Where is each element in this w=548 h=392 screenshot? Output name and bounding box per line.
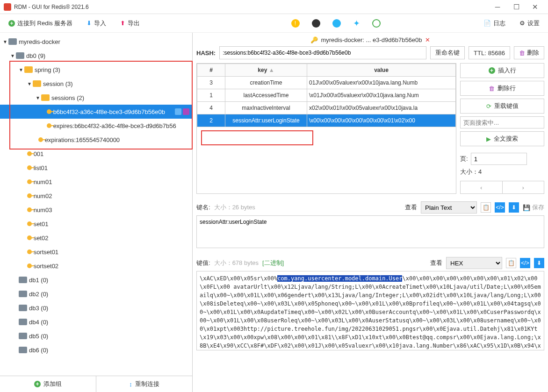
tree-key[interactable]: num03 (0, 203, 192, 217)
grid-row[interactable]: 4maxInactiveIntervalx02\x00\x01I\x00\x05… (197, 102, 456, 114)
type-label: HASH: (196, 50, 216, 57)
tree-spring[interactable]: ▼spring (3) (0, 63, 192, 77)
settings-button[interactable]: ⚙设置 (516, 17, 543, 29)
export-button[interactable]: ⬇ (534, 258, 544, 268)
copy-icon[interactable] (175, 108, 181, 115)
cell: 1 (197, 89, 225, 102)
tree-db0[interactable]: ▼db0 (9) (0, 49, 192, 63)
tree-label: db2 (0) (29, 291, 48, 298)
rename-button[interactable]: 重命名键 (430, 46, 465, 59)
key-icon (27, 207, 32, 212)
key-icon (47, 123, 51, 128)
delete-row-button[interactable]: 🗑删除行 (460, 81, 544, 96)
tab-close-button[interactable]: ✕ (425, 36, 430, 43)
tree-key[interactable]: sortset01 (0, 245, 192, 259)
fulltext-search-button[interactable]: ▶全文搜索 (460, 131, 544, 146)
next-page-button[interactable]: › (503, 181, 545, 194)
key-format-select[interactable]: Plain Text (421, 201, 477, 214)
content: 🔑 myredis-docker: ... e3-d9d6b7b56e0b ✕ … (193, 33, 548, 392)
twitter-icon[interactable]: ✦ (353, 18, 360, 29)
import-button[interactable]: ⬇导入 (83, 17, 110, 29)
tree-label: db3 (0) (29, 305, 48, 312)
connect-button[interactable]: +连接到 Redis 服务器 (5, 17, 76, 29)
code-button[interactable]: </> (520, 258, 530, 268)
reload-button[interactable]: ⟳重载键值 (460, 99, 544, 114)
page-input[interactable] (471, 153, 527, 165)
tree-sessions[interactable]: ▼sessions (2) (0, 91, 192, 105)
insert-row-button[interactable]: +插入行 (460, 63, 544, 78)
tree-label: db5 (0) (29, 333, 48, 340)
tree-db1[interactable]: db1 (0) (0, 273, 192, 287)
copy-button[interactable]: 📋 (481, 202, 491, 213)
cell: \x00\x00\x00\x00\x00\x00\x00\x01\x02\x00 (307, 114, 456, 127)
add-group-button[interactable]: +添加组 (0, 376, 96, 392)
delete-icon[interactable] (183, 108, 189, 115)
keyname-input[interactable] (219, 46, 426, 59)
keyname-hint: 大小：26 bytes (214, 203, 255, 212)
grid-row-selected[interactable]: 2sessionAttr:userLoginState\x00\x00\x00\… (197, 114, 456, 127)
tree-db5[interactable]: db5 (0) (0, 329, 192, 343)
keyname-label: 键名: (196, 203, 210, 212)
ttl-button[interactable]: TTL:85686 (469, 46, 510, 59)
tree-session[interactable]: ▼session (3) (0, 77, 192, 91)
export-label: 导出 (128, 19, 140, 28)
page-label: 页: (460, 155, 468, 163)
export-icon: ⬆ (120, 20, 125, 27)
telegram-icon[interactable] (332, 19, 341, 28)
log-label: 日志 (493, 19, 505, 28)
tree: ▼myredis-docker ▼db0 (9) ▼spring (3) ▼se… (0, 33, 192, 376)
close-button[interactable]: ✕ (526, 3, 544, 11)
tree-key-expires[interactable]: expires:b6bc4f32-a36c-4f8e-bce3-d9d6b7b5… (0, 119, 192, 133)
tree-key[interactable]: set01 (0, 217, 192, 231)
folder-icon (24, 66, 33, 73)
hex-pre: \xAC\xED\x00\x05sr\x00% (200, 275, 277, 282)
tree-label: sessions (2) (51, 94, 84, 101)
export-button[interactable]: ⬆导出 (116, 17, 144, 29)
code-button[interactable]: </> (495, 202, 505, 213)
minimize-button[interactable]: ─ (488, 3, 507, 11)
tree-db2[interactable]: db2 (0) (0, 287, 192, 301)
titlebar: RDM - GUI for Redis® 2021.6 ─ ☐ ✕ (0, 0, 548, 14)
tree-key[interactable]: set02 (0, 231, 192, 245)
reconnect-button[interactable]: ↕重制连接 (96, 376, 192, 392)
tree-key[interactable]: num02 (0, 189, 192, 203)
col-key[interactable]: key ▲ (225, 64, 307, 77)
warning-icon[interactable]: ! (291, 19, 300, 28)
copy-button[interactable]: 📋 (506, 258, 516, 268)
col-value[interactable]: value (307, 64, 456, 77)
settings-label: 设置 (527, 19, 540, 28)
tree-db6[interactable]: db6 (0) (0, 343, 192, 357)
globe-icon[interactable] (372, 19, 381, 28)
tab-header: 🔑 myredis-docker: ... e3-d9d6b7b56e0b ✕ (196, 36, 544, 43)
tree-key[interactable]: sortset02 (0, 259, 192, 273)
value-format-select[interactable]: HEX (446, 257, 502, 269)
github-icon[interactable] (312, 19, 320, 28)
tree-label: db0 (9) (26, 52, 45, 59)
tree-key-expirations[interactable]: expirations:1655545740000 (0, 133, 192, 147)
tree-db3[interactable]: db3 (0) (0, 301, 192, 315)
col-num[interactable]: # (197, 64, 225, 77)
value-hex[interactable]: \xAC\xED\x00\x05sr\x00%com.yang.usercent… (196, 271, 544, 350)
tree-connection[interactable]: ▼myredis-docker (0, 35, 192, 49)
tree-label: spring (3) (35, 66, 60, 73)
tree-label: 001 (34, 150, 44, 157)
tree-key[interactable]: num01 (0, 175, 192, 189)
tree-key[interactable]: list01 (0, 161, 192, 175)
maximize-button[interactable]: ☐ (507, 3, 526, 11)
page-search-input[interactable] (460, 116, 544, 128)
cell: 2 (197, 114, 225, 127)
grid-row[interactable]: 1lastAccessedTime\x01J\x00\x05valuexr\x0… (197, 89, 456, 102)
app-icon (4, 3, 11, 11)
tree-key-selected[interactable]: b6bc4f32-a36c-4f8e-bce3-d9d6b7b56e0b (0, 105, 192, 119)
tree-key[interactable]: 001 (0, 147, 192, 161)
export-button[interactable]: ⬇ (509, 202, 519, 213)
tree-label: myredis-docker (19, 38, 60, 45)
tree-db4[interactable]: db4 (0) (0, 315, 192, 329)
grid-row[interactable]: 3creationTime01J\x00\x05valuexr\x00\x10j… (197, 77, 456, 89)
log-button[interactable]: 📄日志 (480, 17, 509, 29)
delete-button[interactable]: 🗑删除 (514, 46, 544, 59)
key-text[interactable]: sessionAttr:userLoginState (196, 215, 544, 248)
key-icon (27, 264, 32, 268)
save-button[interactable]: 💾保存 (523, 203, 544, 212)
prev-page-button[interactable]: ‹ (460, 181, 503, 194)
